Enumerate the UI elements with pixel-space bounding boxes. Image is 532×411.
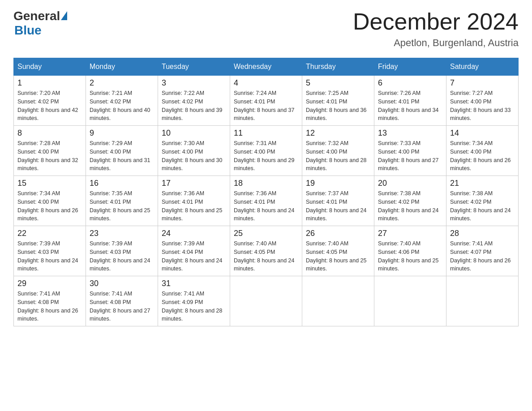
day-info: Sunrise: 7:35 AM Sunset: 4:01 PM Dayligh…: [90, 189, 154, 223]
day-info: Sunrise: 7:38 AM Sunset: 4:02 PM Dayligh…: [378, 189, 442, 223]
calendar-cell: 6 Sunrise: 7:26 AM Sunset: 4:01 PM Dayli…: [374, 76, 446, 126]
calendar-week-row: 1 Sunrise: 7:20 AM Sunset: 4:02 PM Dayli…: [14, 76, 519, 126]
day-number: 3: [162, 78, 226, 88]
day-number: 2: [90, 78, 154, 88]
day-info: Sunrise: 7:41 AM Sunset: 4:07 PM Dayligh…: [450, 240, 515, 273]
day-info: Sunrise: 7:21 AM Sunset: 4:02 PM Dayligh…: [90, 89, 154, 123]
logo-general-text: General: [13, 9, 60, 23]
calendar-cell: 28 Sunrise: 7:41 AM Sunset: 4:07 PM Dayl…: [446, 226, 519, 276]
day-info: Sunrise: 7:20 AM Sunset: 4:02 PM Dayligh…: [17, 89, 82, 123]
day-info: Sunrise: 7:25 AM Sunset: 4:01 PM Dayligh…: [306, 89, 370, 123]
day-info: Sunrise: 7:29 AM Sunset: 4:00 PM Dayligh…: [90, 139, 154, 173]
day-info: Sunrise: 7:40 AM Sunset: 4:05 PM Dayligh…: [306, 240, 370, 273]
calendar-cell: 2 Sunrise: 7:21 AM Sunset: 4:02 PM Dayli…: [86, 76, 158, 126]
day-number: 31: [162, 279, 226, 288]
calendar-cell: 25 Sunrise: 7:40 AM Sunset: 4:05 PM Dayl…: [230, 226, 302, 276]
logo: General Blue: [13, 9, 67, 38]
header-monday: Monday: [86, 58, 158, 76]
calendar-cell: 19 Sunrise: 7:37 AM Sunset: 4:01 PM Dayl…: [302, 176, 374, 226]
day-info: Sunrise: 7:30 AM Sunset: 4:00 PM Dayligh…: [162, 139, 226, 173]
day-info: Sunrise: 7:37 AM Sunset: 4:01 PM Dayligh…: [306, 189, 370, 223]
day-number: 7: [450, 78, 515, 88]
day-number: 13: [378, 128, 442, 138]
calendar-cell: 27 Sunrise: 7:40 AM Sunset: 4:06 PM Dayl…: [374, 226, 446, 276]
calendar-cell: [374, 276, 446, 326]
calendar-cell: 20 Sunrise: 7:38 AM Sunset: 4:02 PM Dayl…: [374, 176, 446, 226]
day-number: 9: [90, 128, 154, 138]
day-number: 25: [234, 229, 298, 238]
day-info: Sunrise: 7:36 AM Sunset: 4:01 PM Dayligh…: [162, 189, 226, 223]
calendar-cell: 13 Sunrise: 7:33 AM Sunset: 4:00 PM Dayl…: [374, 126, 446, 176]
logo-blue-text: Blue: [14, 23, 42, 37]
day-number: 18: [234, 179, 298, 188]
day-number: 15: [17, 179, 82, 188]
day-info: Sunrise: 7:24 AM Sunset: 4:01 PM Dayligh…: [234, 89, 298, 123]
day-number: 16: [90, 179, 154, 188]
day-info: Sunrise: 7:39 AM Sunset: 4:03 PM Dayligh…: [17, 240, 82, 273]
day-info: Sunrise: 7:32 AM Sunset: 4:00 PM Dayligh…: [306, 139, 370, 173]
calendar-cell: 17 Sunrise: 7:36 AM Sunset: 4:01 PM Dayl…: [158, 176, 230, 226]
day-info: Sunrise: 7:26 AM Sunset: 4:01 PM Dayligh…: [378, 89, 442, 123]
logo-triangle-icon: [61, 11, 67, 20]
day-number: 8: [17, 128, 82, 138]
calendar-cell: 30 Sunrise: 7:41 AM Sunset: 4:08 PM Dayl…: [86, 276, 158, 326]
calendar-cell: 29 Sunrise: 7:41 AM Sunset: 4:08 PM Dayl…: [14, 276, 86, 326]
header-friday: Friday: [374, 58, 446, 76]
day-number: 17: [162, 179, 226, 188]
day-number: 6: [378, 78, 442, 88]
calendar-subtitle: Apetlon, Burgenland, Austria: [353, 37, 519, 49]
calendar-cell: 31 Sunrise: 7:41 AM Sunset: 4:09 PM Dayl…: [158, 276, 230, 326]
calendar-cell: [230, 276, 302, 326]
day-info: Sunrise: 7:33 AM Sunset: 4:00 PM Dayligh…: [378, 139, 442, 173]
calendar-cell: 23 Sunrise: 7:39 AM Sunset: 4:03 PM Dayl…: [86, 226, 158, 276]
day-info: Sunrise: 7:34 AM Sunset: 4:00 PM Dayligh…: [17, 189, 82, 223]
day-number: 12: [306, 128, 370, 138]
day-number: 21: [450, 179, 515, 188]
calendar-week-row: 29 Sunrise: 7:41 AM Sunset: 4:08 PM Dayl…: [14, 276, 519, 326]
day-info: Sunrise: 7:41 AM Sunset: 4:09 PM Dayligh…: [162, 290, 226, 323]
calendar-cell: 12 Sunrise: 7:32 AM Sunset: 4:00 PM Dayl…: [302, 126, 374, 176]
calendar-week-row: 22 Sunrise: 7:39 AM Sunset: 4:03 PM Dayl…: [14, 226, 519, 276]
day-number: 11: [234, 128, 298, 138]
calendar-cell: [446, 276, 519, 326]
day-info: Sunrise: 7:40 AM Sunset: 4:06 PM Dayligh…: [378, 240, 442, 273]
day-info: Sunrise: 7:40 AM Sunset: 4:05 PM Dayligh…: [234, 240, 298, 273]
calendar-cell: 9 Sunrise: 7:29 AM Sunset: 4:00 PM Dayli…: [86, 126, 158, 176]
calendar-cell: 24 Sunrise: 7:39 AM Sunset: 4:04 PM Dayl…: [158, 226, 230, 276]
day-number: 1: [17, 78, 82, 88]
page-header: General Blue December 2024 Apetlon, Burg…: [13, 9, 519, 49]
calendar-cell: 3 Sunrise: 7:22 AM Sunset: 4:02 PM Dayli…: [158, 76, 230, 126]
day-info: Sunrise: 7:28 AM Sunset: 4:00 PM Dayligh…: [17, 139, 82, 173]
calendar-cell: 10 Sunrise: 7:30 AM Sunset: 4:00 PM Dayl…: [158, 126, 230, 176]
day-number: 14: [450, 128, 515, 138]
calendar-cell: 5 Sunrise: 7:25 AM Sunset: 4:01 PM Dayli…: [302, 76, 374, 126]
day-number: 19: [306, 179, 370, 188]
calendar-cell: 22 Sunrise: 7:39 AM Sunset: 4:03 PM Dayl…: [14, 226, 86, 276]
calendar-cell: 1 Sunrise: 7:20 AM Sunset: 4:02 PM Dayli…: [14, 76, 86, 126]
calendar-cell: [302, 276, 374, 326]
calendar-cell: 21 Sunrise: 7:38 AM Sunset: 4:02 PM Dayl…: [446, 176, 519, 226]
calendar-cell: 18 Sunrise: 7:36 AM Sunset: 4:01 PM Dayl…: [230, 176, 302, 226]
calendar-cell: 14 Sunrise: 7:34 AM Sunset: 4:00 PM Dayl…: [446, 126, 519, 176]
calendar-week-row: 8 Sunrise: 7:28 AM Sunset: 4:00 PM Dayli…: [14, 126, 519, 176]
day-info: Sunrise: 7:34 AM Sunset: 4:00 PM Dayligh…: [450, 139, 515, 173]
day-number: 24: [162, 229, 226, 238]
day-number: 28: [450, 229, 515, 238]
header-thursday: Thursday: [302, 58, 374, 76]
day-number: 22: [17, 229, 82, 238]
header-saturday: Saturday: [446, 58, 519, 76]
day-info: Sunrise: 7:22 AM Sunset: 4:02 PM Dayligh…: [162, 89, 226, 123]
calendar-title: December 2024: [353, 9, 519, 34]
calendar-cell: 4 Sunrise: 7:24 AM Sunset: 4:01 PM Dayli…: [230, 76, 302, 126]
day-number: 26: [306, 229, 370, 238]
calendar-cell: 16 Sunrise: 7:35 AM Sunset: 4:01 PM Dayl…: [86, 176, 158, 226]
day-info: Sunrise: 7:31 AM Sunset: 4:00 PM Dayligh…: [234, 139, 298, 173]
calendar-week-row: 15 Sunrise: 7:34 AM Sunset: 4:00 PM Dayl…: [14, 176, 519, 226]
header-wednesday: Wednesday: [230, 58, 302, 76]
day-number: 27: [378, 229, 442, 238]
day-number: 5: [306, 78, 370, 88]
day-number: 23: [90, 229, 154, 238]
calendar-cell: 8 Sunrise: 7:28 AM Sunset: 4:00 PM Dayli…: [14, 126, 86, 176]
day-info: Sunrise: 7:39 AM Sunset: 4:04 PM Dayligh…: [162, 240, 226, 273]
header-tuesday: Tuesday: [158, 58, 230, 76]
